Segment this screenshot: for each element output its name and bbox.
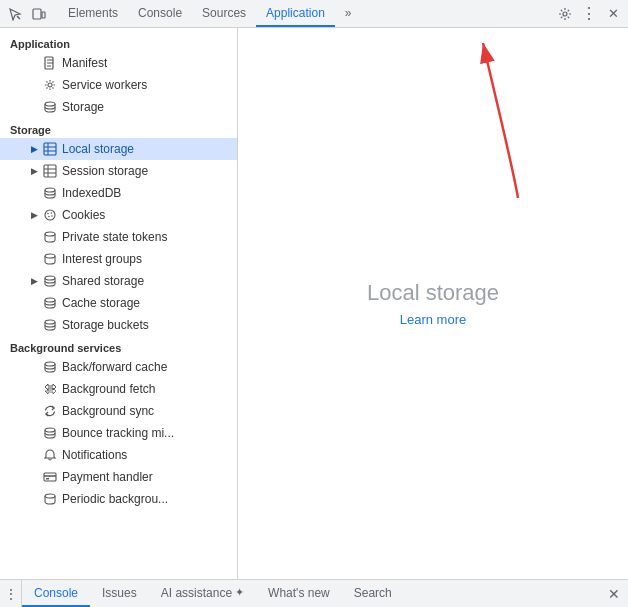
svg-point-3 <box>563 12 567 16</box>
section-background-services: Background services <box>0 336 237 356</box>
private-state-tokens-label: Private state tokens <box>62 230 167 244</box>
manifest-label: Manifest <box>62 56 107 70</box>
learn-more-link[interactable]: Learn more <box>400 312 466 327</box>
notifications-label: Notifications <box>62 448 127 462</box>
table-icon <box>42 141 58 157</box>
svg-point-34 <box>45 494 55 498</box>
section-application: Application <box>0 32 237 52</box>
bottom-tab-ai-assistance[interactable]: AI assistance ✦ <box>149 580 256 607</box>
sidebar-item-indexeddb[interactable]: IndexedDB <box>0 182 237 204</box>
settings-button[interactable] <box>554 3 576 25</box>
shared-storage-label: Shared storage <box>62 274 144 288</box>
cache-storage-label: Cache storage <box>62 296 140 310</box>
main-panel-title: Local storage <box>367 280 499 306</box>
svg-rect-1 <box>33 9 41 19</box>
db-icon <box>42 295 58 311</box>
background-fetch-label: Background fetch <box>62 382 155 396</box>
bottom-menu-button[interactable]: ⋮ <box>0 580 22 608</box>
right-panel: Local storage Learn more <box>238 28 628 579</box>
indexeddb-label: IndexedDB <box>62 186 121 200</box>
cursor-tool-button[interactable] <box>4 3 26 25</box>
svg-rect-33 <box>46 478 49 480</box>
svg-point-18 <box>45 188 55 192</box>
cookie-icon <box>42 207 58 223</box>
expand-icon <box>28 165 40 177</box>
svg-rect-10 <box>44 143 56 155</box>
sidebar-item-cache-storage[interactable]: Cache storage <box>0 292 237 314</box>
db-icon <box>42 229 58 245</box>
svg-point-20 <box>47 213 49 215</box>
sidebar-item-cookies[interactable]: Cookies <box>0 204 237 226</box>
sidebar-item-storage-app[interactable]: Storage <box>0 96 237 118</box>
sidebar-item-notifications[interactable]: Notifications <box>0 444 237 466</box>
storage-buckets-label: Storage buckets <box>62 318 149 332</box>
service-workers-label: Service workers <box>62 78 147 92</box>
close-devtools-button[interactable]: ✕ <box>602 3 624 25</box>
sidebar-item-local-storage[interactable]: Local storage <box>0 138 237 160</box>
svg-point-8 <box>48 83 52 87</box>
sidebar-item-bounce-tracking[interactable]: Bounce tracking mi... <box>0 422 237 444</box>
arrows-icon <box>42 381 58 397</box>
bottom-tab-search[interactable]: Search <box>342 580 404 607</box>
sidebar-item-payment-handler[interactable]: Payment handler <box>0 466 237 488</box>
payment-handler-label: Payment handler <box>62 470 153 484</box>
device-toolbar-button[interactable] <box>28 3 50 25</box>
tab-elements[interactable]: Elements <box>58 0 128 27</box>
main-content: Application Manifest Servic <box>0 28 628 579</box>
toolbar-left-icons <box>4 3 50 25</box>
sync-icon <box>42 403 58 419</box>
sidebar-item-service-workers[interactable]: Service workers <box>0 74 237 96</box>
bounce-tracking-label: Bounce tracking mi... <box>62 426 174 440</box>
bottom-tab-whats-new[interactable]: What's new <box>256 580 342 607</box>
db-icon <box>42 99 58 115</box>
db-icon <box>42 317 58 333</box>
svg-rect-2 <box>42 12 45 18</box>
svg-point-28 <box>45 320 55 324</box>
sidebar-item-back-forward-cache[interactable]: Back/forward cache <box>0 356 237 378</box>
svg-point-23 <box>51 215 53 217</box>
arrow-annotation <box>428 28 548 208</box>
bottom-tab-issues[interactable]: Issues <box>90 580 149 607</box>
sidebar-item-background-fetch[interactable]: Background fetch <box>0 378 237 400</box>
expand-icon <box>28 143 40 155</box>
svg-point-27 <box>45 298 55 302</box>
session-storage-label: Session storage <box>62 164 148 178</box>
cookies-label: Cookies <box>62 208 105 222</box>
file-icon <box>42 55 58 71</box>
main-tabs: Elements Console Sources Application » <box>58 0 554 27</box>
ai-sparkle-icon: ✦ <box>235 586 244 599</box>
periodic-background-label: Periodic backgrou... <box>62 492 168 506</box>
sidebar-item-periodic-background[interactable]: Periodic backgrou... <box>0 488 237 510</box>
svg-point-25 <box>45 254 55 258</box>
db-icon <box>42 185 58 201</box>
sidebar-item-manifest[interactable]: Manifest <box>0 52 237 74</box>
more-options-button[interactable]: ⋮ <box>578 3 600 25</box>
sidebar-item-background-sync[interactable]: Background sync <box>0 400 237 422</box>
card-icon <box>42 469 58 485</box>
sidebar-item-private-state-tokens[interactable]: Private state tokens <box>0 226 237 248</box>
sidebar-item-storage-buckets[interactable]: Storage buckets <box>0 314 237 336</box>
tab-more[interactable]: » <box>335 0 362 27</box>
interest-groups-label: Interest groups <box>62 252 142 266</box>
svg-point-30 <box>45 428 55 432</box>
tab-sources[interactable]: Sources <box>192 0 256 27</box>
bottom-tab-console[interactable]: Console <box>22 580 90 607</box>
sidebar-item-interest-groups[interactable]: Interest groups <box>0 248 237 270</box>
close-bottom-panel-button[interactable]: ✕ <box>600 580 628 608</box>
tab-application[interactable]: Application <box>256 0 335 27</box>
db-icon <box>42 359 58 375</box>
top-toolbar: Elements Console Sources Application » ⋮… <box>0 0 628 28</box>
bottom-toolbar: ⋮ Console Issues AI assistance ✦ What's … <box>0 579 628 607</box>
sidebar-item-session-storage[interactable]: Session storage <box>0 160 237 182</box>
svg-point-26 <box>45 276 55 280</box>
section-storage: Storage <box>0 118 237 138</box>
svg-rect-14 <box>44 165 56 177</box>
expand-icon <box>28 275 40 287</box>
sidebar-item-shared-storage[interactable]: Shared storage <box>0 270 237 292</box>
db-icon <box>42 273 58 289</box>
table-icon <box>42 163 58 179</box>
tab-console[interactable]: Console <box>128 0 192 27</box>
bell-icon <box>42 447 58 463</box>
svg-point-21 <box>51 212 53 214</box>
db-icon <box>42 425 58 441</box>
